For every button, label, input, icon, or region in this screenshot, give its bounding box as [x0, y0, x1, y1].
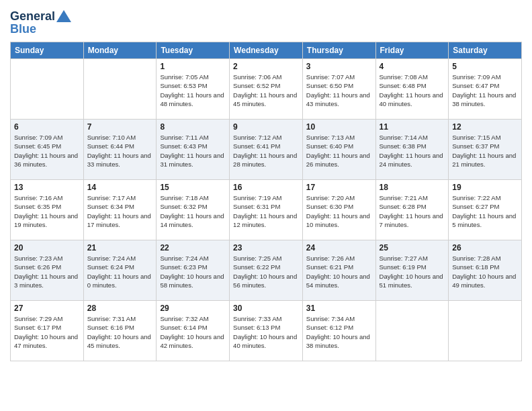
calendar-cell: 25Sunrise: 7:27 AMSunset: 6:19 PMDayligh…: [375, 240, 449, 301]
calendar-cell: 29Sunrise: 7:32 AMSunset: 6:14 PMDayligh…: [157, 301, 230, 361]
calendar-cell: 28Sunrise: 7:31 AMSunset: 6:16 PMDayligh…: [83, 301, 157, 361]
day-number: 4: [380, 62, 445, 71]
day-info: Sunrise: 7:13 AMSunset: 6:40 PMDaylight:…: [306, 133, 372, 169]
calendar-cell: 23Sunrise: 7:25 AMSunset: 6:22 PMDayligh…: [230, 240, 303, 301]
day-number: 5: [452, 62, 518, 71]
day-number: 22: [160, 243, 226, 253]
calendar-cell: 24Sunrise: 7:26 AMSunset: 6:21 PMDayligh…: [302, 240, 375, 301]
calendar-cell: 1Sunrise: 7:05 AMSunset: 6:53 PMDaylight…: [157, 59, 230, 120]
day-info: Sunrise: 7:11 AMSunset: 6:43 PMDaylight:…: [160, 133, 226, 169]
calendar-cell: [449, 301, 522, 361]
calendar-cell: 17Sunrise: 7:20 AMSunset: 6:30 PMDayligh…: [302, 180, 375, 240]
calendar-table: SundayMondayTuesdayWednesdayThursdayFrid…: [10, 42, 522, 361]
calendar-cell: [11, 59, 84, 120]
weekday-header-tuesday: Tuesday: [157, 42, 230, 59]
day-info: Sunrise: 7:31 AMSunset: 6:16 PMDaylight:…: [87, 314, 153, 350]
calendar-cell: 5Sunrise: 7:09 AMSunset: 6:47 PMDaylight…: [449, 59, 522, 120]
calendar-cell: 4Sunrise: 7:08 AMSunset: 6:48 PMDaylight…: [375, 59, 449, 120]
calendar-cell: 19Sunrise: 7:22 AMSunset: 6:27 PMDayligh…: [449, 180, 522, 240]
week-row-5: 27Sunrise: 7:29 AMSunset: 6:17 PMDayligh…: [11, 301, 522, 361]
day-number: 17: [306, 183, 372, 192]
day-number: 12: [452, 122, 518, 132]
logo-text: General: [10, 9, 71, 24]
week-row-4: 20Sunrise: 7:23 AMSunset: 6:26 PMDayligh…: [11, 240, 522, 301]
svg-marker-0: [56, 10, 71, 22]
day-info: Sunrise: 7:22 AMSunset: 6:27 PMDaylight:…: [452, 193, 518, 229]
day-number: 24: [306, 243, 372, 253]
day-info: Sunrise: 7:07 AMSunset: 6:50 PMDaylight:…: [306, 73, 372, 108]
day-number: 28: [87, 304, 153, 313]
day-info: Sunrise: 7:09 AMSunset: 6:47 PMDaylight:…: [452, 73, 518, 108]
page-header: General Blue: [10, 7, 522, 36]
day-info: Sunrise: 7:17 AMSunset: 6:34 PMDaylight:…: [87, 193, 153, 229]
day-number: 3: [306, 62, 372, 71]
calendar-cell: 12Sunrise: 7:15 AMSunset: 6:37 PMDayligh…: [449, 120, 522, 180]
weekday-header-sunday: Sunday: [11, 42, 84, 59]
day-info: Sunrise: 7:29 AMSunset: 6:17 PMDaylight:…: [14, 314, 80, 350]
calendar-cell: 6Sunrise: 7:09 AMSunset: 6:45 PMDaylight…: [11, 120, 84, 180]
day-number: 8: [160, 122, 226, 132]
day-info: Sunrise: 7:06 AMSunset: 6:52 PMDaylight:…: [233, 73, 299, 108]
day-number: 13: [14, 183, 80, 192]
day-number: 9: [233, 122, 299, 132]
week-row-3: 13Sunrise: 7:16 AMSunset: 6:35 PMDayligh…: [11, 180, 522, 240]
calendar-cell: 7Sunrise: 7:10 AMSunset: 6:44 PMDaylight…: [83, 120, 157, 180]
day-info: Sunrise: 7:08 AMSunset: 6:48 PMDaylight:…: [380, 73, 445, 108]
day-info: Sunrise: 7:10 AMSunset: 6:44 PMDaylight:…: [87, 133, 153, 169]
weekday-header-saturday: Saturday: [449, 42, 522, 59]
calendar-cell: 26Sunrise: 7:28 AMSunset: 6:18 PMDayligh…: [449, 240, 522, 301]
calendar-cell: 21Sunrise: 7:24 AMSunset: 6:24 PMDayligh…: [83, 240, 157, 301]
calendar-cell: [375, 301, 449, 361]
logo-icon: [56, 10, 71, 22]
day-info: Sunrise: 7:34 AMSunset: 6:12 PMDaylight:…: [306, 314, 372, 350]
day-number: 18: [380, 183, 445, 192]
day-number: 2: [233, 62, 299, 71]
day-info: Sunrise: 7:09 AMSunset: 6:45 PMDaylight:…: [14, 133, 80, 169]
calendar-cell: 3Sunrise: 7:07 AMSunset: 6:50 PMDaylight…: [302, 59, 375, 120]
day-info: Sunrise: 7:12 AMSunset: 6:41 PMDaylight:…: [233, 133, 299, 169]
calendar-cell: 22Sunrise: 7:24 AMSunset: 6:23 PMDayligh…: [157, 240, 230, 301]
day-info: Sunrise: 7:14 AMSunset: 6:38 PMDaylight:…: [380, 133, 445, 169]
day-number: 6: [14, 122, 80, 132]
day-info: Sunrise: 7:26 AMSunset: 6:21 PMDaylight:…: [306, 254, 372, 289]
day-number: 27: [14, 304, 80, 313]
weekday-header-row: SundayMondayTuesdayWednesdayThursdayFrid…: [11, 42, 522, 59]
day-number: 10: [306, 122, 372, 132]
calendar-cell: 10Sunrise: 7:13 AMSunset: 6:40 PMDayligh…: [302, 120, 375, 180]
day-number: 11: [380, 122, 445, 132]
calendar-cell: 13Sunrise: 7:16 AMSunset: 6:35 PMDayligh…: [11, 180, 84, 240]
calendar-cell: 18Sunrise: 7:21 AMSunset: 6:28 PMDayligh…: [375, 180, 449, 240]
weekday-header-friday: Friday: [375, 42, 449, 59]
day-number: 29: [160, 304, 226, 313]
calendar-cell: 2Sunrise: 7:06 AMSunset: 6:52 PMDaylight…: [230, 59, 303, 120]
day-number: 14: [87, 183, 153, 192]
calendar-cell: 8Sunrise: 7:11 AMSunset: 6:43 PMDaylight…: [157, 120, 230, 180]
day-number: 7: [87, 122, 153, 132]
day-info: Sunrise: 7:32 AMSunset: 6:14 PMDaylight:…: [160, 314, 226, 350]
week-row-1: 1Sunrise: 7:05 AMSunset: 6:53 PMDaylight…: [11, 59, 522, 120]
calendar-cell: 15Sunrise: 7:18 AMSunset: 6:32 PMDayligh…: [157, 180, 230, 240]
day-info: Sunrise: 7:23 AMSunset: 6:26 PMDaylight:…: [14, 254, 80, 289]
day-number: 26: [452, 243, 518, 253]
weekday-header-wednesday: Wednesday: [230, 42, 303, 59]
calendar-cell: 31Sunrise: 7:34 AMSunset: 6:12 PMDayligh…: [302, 301, 375, 361]
day-number: 19: [452, 183, 518, 192]
day-number: 30: [233, 304, 299, 313]
calendar-page: General Blue SundayMondayTuesdayWednesda…: [0, 0, 532, 411]
day-number: 31: [306, 304, 372, 313]
day-number: 21: [87, 243, 153, 253]
day-info: Sunrise: 7:33 AMSunset: 6:13 PMDaylight:…: [233, 314, 299, 350]
calendar-cell: 16Sunrise: 7:19 AMSunset: 6:31 PMDayligh…: [230, 180, 303, 240]
day-info: Sunrise: 7:21 AMSunset: 6:28 PMDaylight:…: [380, 193, 445, 229]
weekday-header-monday: Monday: [83, 42, 157, 59]
day-number: 20: [14, 243, 80, 253]
day-info: Sunrise: 7:25 AMSunset: 6:22 PMDaylight:…: [233, 254, 299, 289]
day-info: Sunrise: 7:15 AMSunset: 6:37 PMDaylight:…: [452, 133, 518, 169]
calendar-cell: 20Sunrise: 7:23 AMSunset: 6:26 PMDayligh…: [11, 240, 84, 301]
day-number: 23: [233, 243, 299, 253]
day-number: 16: [233, 183, 299, 192]
day-info: Sunrise: 7:20 AMSunset: 6:30 PMDaylight:…: [306, 193, 372, 229]
logo-blue: Blue: [10, 22, 71, 36]
day-info: Sunrise: 7:05 AMSunset: 6:53 PMDaylight:…: [160, 73, 226, 108]
logo: General Blue: [10, 7, 71, 36]
